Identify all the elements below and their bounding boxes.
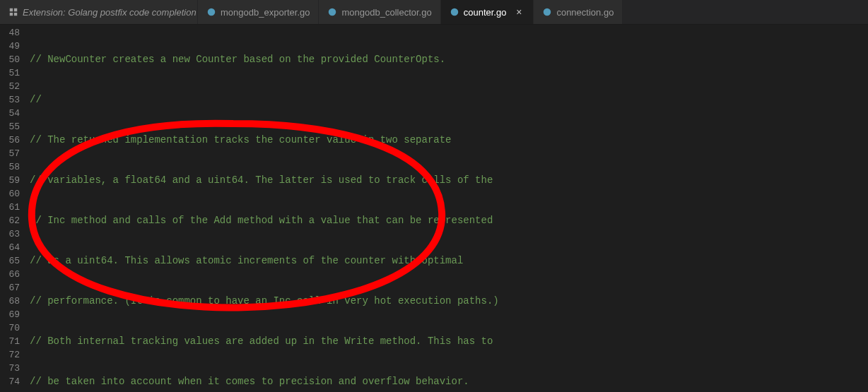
line-number: 61: [0, 201, 20, 214]
line-number: 68: [0, 295, 20, 308]
line-number: 54: [0, 107, 20, 120]
line-number: 64: [0, 241, 20, 254]
line-number: 53: [0, 93, 20, 107]
line-number: 73: [0, 362, 20, 375]
line-number: 69: [0, 308, 20, 321]
go-file-icon: [206, 7, 216, 17]
svg-point-3: [544, 8, 551, 16]
comment: // Inc method and calls of the Add metho…: [30, 215, 493, 226]
line-number: 52: [0, 80, 20, 93]
line-number: 66: [0, 268, 20, 281]
comment: // Both internal tracking values are add…: [30, 335, 493, 347]
line-gutter: 4849505152535455565758596061626364656667…: [0, 25, 30, 392]
go-file-icon: [450, 7, 459, 17]
tab-mongodb-exporter[interactable]: mongodb_exporter.go: [198, 0, 319, 24]
go-file-icon: [327, 7, 337, 17]
comment: // performance. (It is common to have an…: [30, 295, 499, 307]
svg-point-1: [329, 8, 336, 16]
tab-label: mongodb_exporter.go: [221, 7, 310, 18]
line-number: 48: [0, 26, 20, 40]
editor[interactable]: 4849505152535455565758596061626364656667…: [0, 25, 868, 392]
tab-label: counter.go: [464, 7, 507, 18]
close-icon[interactable]: ×: [513, 6, 524, 18]
comment: // as a uint64. This allows atomic incre…: [30, 255, 463, 266]
tab-label: connection.go: [556, 7, 614, 18]
tab-label: mongodb_collector.go: [341, 7, 431, 18]
tab-mongodb-collector[interactable]: mongodb_collector.go: [319, 0, 440, 24]
line-number: 55: [0, 120, 20, 133]
comment: // The returned implementation tracks th…: [30, 134, 452, 145]
line-number: 60: [0, 187, 20, 201]
line-number: 62: [0, 214, 20, 227]
line-number: 49: [0, 40, 20, 53]
line-number: 74: [0, 375, 20, 388]
line-number: 63: [0, 227, 20, 241]
tab-counter[interactable]: counter.go ×: [441, 0, 534, 24]
code-area[interactable]: // NewCounter creates a new Counter base…: [30, 25, 868, 392]
extension-icon: [8, 7, 18, 17]
line-number: 59: [0, 174, 20, 187]
line-number: 70: [0, 321, 20, 335]
svg-point-2: [450, 8, 458, 16]
line-number: 65: [0, 254, 20, 268]
svg-point-0: [208, 8, 216, 16]
comment: // NewCounter creates a new Counter base…: [30, 54, 445, 65]
line-number: 57: [0, 147, 20, 160]
tab-bar: Extension: Golang postfix code completio…: [0, 0, 868, 25]
line-number: 51: [0, 66, 20, 80]
comment: // variables, a float64 and a uint64. Th…: [30, 174, 493, 186]
line-number: 71: [0, 335, 20, 348]
line-number: 56: [0, 133, 20, 147]
line-number: 72: [0, 348, 20, 362]
line-number: 58: [0, 160, 20, 174]
comment: //: [30, 94, 42, 105]
go-file-icon: [542, 7, 552, 17]
comment: // be taken into account when it comes t…: [30, 376, 469, 387]
tab-extension[interactable]: Extension: Golang postfix code completio…: [0, 0, 198, 24]
line-number: 50: [0, 53, 20, 66]
line-number: 67: [0, 281, 20, 295]
tab-label: Extension: Golang postfix code completio…: [23, 7, 197, 18]
tab-connection[interactable]: connection.go: [534, 0, 623, 24]
